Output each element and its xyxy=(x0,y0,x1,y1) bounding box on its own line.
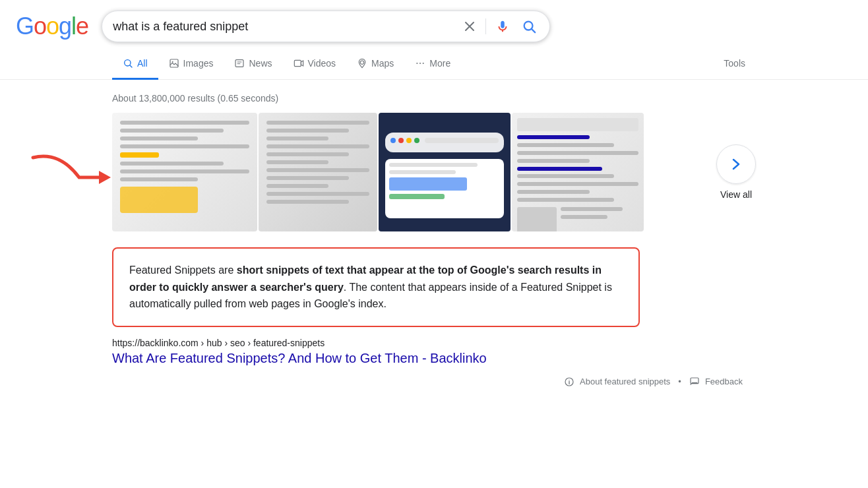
image-strip xyxy=(112,113,703,231)
logo-o2: o xyxy=(46,13,59,40)
search-query-text: what is a featured snippet xyxy=(113,20,460,34)
about-snippets-link[interactable]: About featured snippets xyxy=(580,377,670,386)
nav-item-videos[interactable]: Videos xyxy=(283,49,347,80)
dots-nav-icon xyxy=(415,58,425,69)
red-arrow-svg xyxy=(26,144,112,197)
image-thumb-2[interactable] xyxy=(259,113,377,231)
map-nav-icon xyxy=(357,58,367,69)
tools-button[interactable]: Tools xyxy=(713,49,756,80)
svg-line-3 xyxy=(532,29,535,32)
feedback-icon xyxy=(689,377,700,387)
google-logo: Google xyxy=(16,13,88,40)
nav-bar: All Images News Videos Maps xyxy=(0,49,868,80)
nav-images-label: Images xyxy=(183,58,214,69)
nav-maps-label: Maps xyxy=(371,58,394,69)
microphone-icon xyxy=(495,19,510,34)
snippet-text-plain: Featured Snippets are xyxy=(129,264,237,276)
nav-videos-label: Videos xyxy=(308,58,336,69)
svg-rect-6 xyxy=(170,59,178,67)
nav-item-news[interactable]: News xyxy=(224,49,282,80)
source-title-link[interactable]: What Are Featured Snippets? And How to G… xyxy=(112,351,756,366)
footer-dot-separator: • xyxy=(678,377,681,386)
featured-snippet-box: Featured Snippets are short snippets of … xyxy=(112,247,640,327)
nav-item-images[interactable]: Images xyxy=(158,49,224,80)
snippet-footer: About featured snippets • Feedback xyxy=(112,377,756,387)
arrow-right-icon xyxy=(728,156,744,172)
search-bar-icons xyxy=(460,16,539,36)
svg-point-15 xyxy=(423,63,424,64)
header: Google what is a featured snippet xyxy=(0,0,868,49)
results-count: About 13,800,000 results (0.65 seconds) xyxy=(112,86,756,113)
results-area: About 13,800,000 results (0.65 seconds) xyxy=(0,80,868,394)
search-icon xyxy=(522,19,536,34)
view-all-container: View all xyxy=(716,144,756,200)
search-bar-container: what is a featured snippet xyxy=(102,11,550,42)
view-all-label: View all xyxy=(720,189,752,200)
nav-item-more[interactable]: More xyxy=(404,49,461,80)
svg-point-19 xyxy=(569,379,569,380)
video-nav-icon xyxy=(294,58,304,69)
svg-rect-8 xyxy=(235,60,243,67)
image-strip-section: View all xyxy=(112,113,756,231)
nav-item-maps[interactable]: Maps xyxy=(346,49,404,80)
search-submit-button[interactable] xyxy=(519,16,539,36)
svg-point-14 xyxy=(419,63,421,64)
svg-point-13 xyxy=(417,63,418,64)
search-bar-divider xyxy=(485,18,486,34)
svg-marker-16 xyxy=(99,171,111,184)
svg-point-7 xyxy=(171,61,173,63)
arrow-indicator xyxy=(26,144,112,200)
clear-search-button[interactable] xyxy=(460,17,479,36)
search-bar[interactable]: what is a featured snippet xyxy=(102,11,550,42)
voice-search-button[interactable] xyxy=(493,16,512,36)
info-circle-icon xyxy=(564,377,574,387)
nav-all-label: All xyxy=(137,58,148,69)
nav-more-label: More xyxy=(429,58,450,69)
image-thumb-1[interactable] xyxy=(112,113,257,231)
logo-g2: g xyxy=(59,13,71,40)
image-thumb-4[interactable] xyxy=(512,113,644,231)
svg-line-5 xyxy=(130,65,132,67)
logo-e: e xyxy=(76,13,88,40)
image-nav-icon xyxy=(169,58,179,69)
tools-label: Tools xyxy=(724,58,745,69)
nav-item-all[interactable]: All xyxy=(112,49,158,80)
image-thumb-3[interactable] xyxy=(379,113,511,231)
nav-news-label: News xyxy=(249,58,272,69)
search-nav-icon xyxy=(123,58,133,69)
feedback-link[interactable]: Feedback xyxy=(705,377,743,386)
logo-o1: o xyxy=(34,13,46,40)
svg-point-12 xyxy=(360,61,363,64)
logo-g1: G xyxy=(16,13,34,40)
x-icon xyxy=(463,20,476,33)
svg-rect-11 xyxy=(294,60,301,66)
source-url: https://backlinko.com › hub › seo › feat… xyxy=(112,338,756,348)
view-all-button[interactable] xyxy=(716,144,756,184)
news-nav-icon xyxy=(234,58,245,69)
